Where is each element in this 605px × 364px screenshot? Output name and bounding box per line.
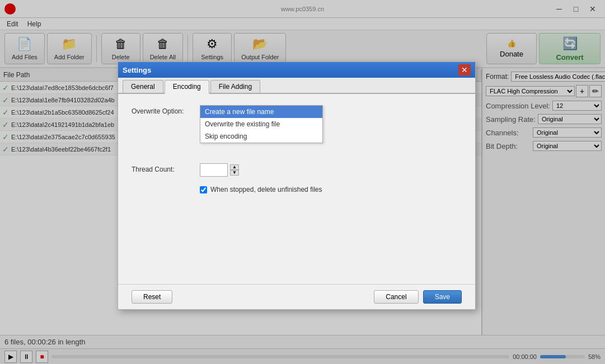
spinner-arrows: ▲ ▼ bbox=[230, 164, 239, 176]
delete-unfinished-label: When stopped, delete unfinished files bbox=[210, 186, 322, 193]
thread-spinner-wrap: ▲ ▼ bbox=[200, 163, 239, 177]
settings-dialog: Settings ✕ General Encoding File Adding … bbox=[118, 62, 476, 310]
dropdown-item-create-new[interactable]: Create a new file name bbox=[200, 106, 322, 118]
dialog-tabs: General Encoding File Adding bbox=[118, 78, 475, 94]
checkbox-row: When stopped, delete unfinished files bbox=[200, 186, 462, 193]
dialog-footer-right: Cancel Save bbox=[374, 290, 462, 304]
dialog-content: Overwrite Option: Create a new file name… bbox=[118, 94, 475, 284]
save-button[interactable]: Save bbox=[423, 290, 462, 304]
dialog-titlebar: Settings ✕ bbox=[118, 62, 475, 78]
thread-label: Thread Count: bbox=[132, 163, 193, 173]
dialog-footer: Reset Cancel Save bbox=[118, 284, 475, 309]
delete-unfinished-checkbox[interactable] bbox=[200, 186, 207, 193]
overwrite-dropdown: Create a new file name Overwrite the exi… bbox=[200, 105, 323, 143]
thread-count-row: Thread Count: ▲ ▼ bbox=[132, 163, 462, 177]
overwrite-option-row: Overwrite Option: Create a new file name… bbox=[132, 105, 462, 119]
spinner-down-button[interactable]: ▼ bbox=[230, 170, 239, 176]
reset-button[interactable]: Reset bbox=[132, 290, 172, 304]
tab-encoding[interactable]: Encoding bbox=[165, 80, 209, 94]
dialog-title: Settings bbox=[123, 66, 458, 74]
overwrite-select-container: Create a new file name ▼ Create a new fi… bbox=[200, 105, 323, 119]
cancel-button[interactable]: Cancel bbox=[374, 290, 418, 304]
tab-file-adding[interactable]: File Adding bbox=[210, 80, 260, 93]
overwrite-control-wrap: Create a new file name ▼ Create a new fi… bbox=[200, 105, 462, 119]
overwrite-label: Overwrite Option: bbox=[132, 105, 193, 115]
dropdown-item-skip[interactable]: Skip encoding bbox=[200, 130, 322, 143]
dropdown-item-overwrite[interactable]: Overwrite the existing file bbox=[200, 118, 322, 130]
tab-general[interactable]: General bbox=[123, 80, 163, 93]
dialog-overlay: Settings ✕ General Encoding File Adding … bbox=[0, 0, 605, 364]
dialog-close-button[interactable]: ✕ bbox=[458, 64, 471, 75]
spinner-up-button[interactable]: ▲ bbox=[230, 164, 239, 170]
thread-count-input[interactable] bbox=[200, 163, 228, 177]
